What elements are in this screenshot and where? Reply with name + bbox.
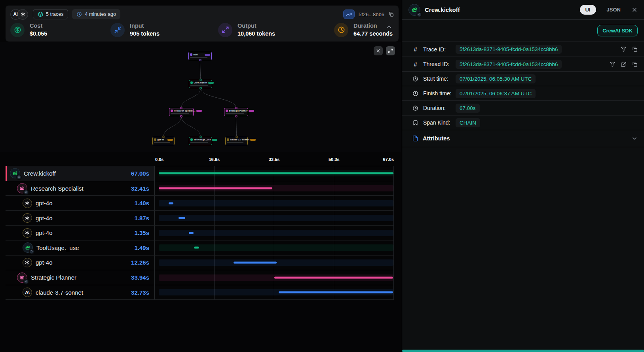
hash-icon: # — [412, 61, 419, 68]
timeline-row-research-specialist[interactable]: Research Specialist32.41s — [6, 181, 394, 196]
graph-node-tool[interactable]: ToolUsage._use — [189, 137, 212, 145]
openai-icon — [23, 228, 32, 238]
timeline-row-plot — [154, 226, 394, 240]
trace-header-card: A\ 5 traces 4 minutes ago 5f26...8bb6 Co… — [6, 6, 399, 42]
field-value[interactable]: 07/01/2025, 06:05:30 AM UTC — [456, 74, 536, 83]
field-label: Span Kind: — [423, 119, 456, 126]
field-value[interactable]: 67.00s — [456, 104, 480, 113]
node-label: claude-3.7-sonnet — [230, 138, 249, 141]
node-port — [199, 59, 201, 61]
field-label: Finish time: — [423, 90, 456, 97]
stat-duration: Duration64.77 seconds — [334, 22, 394, 38]
node-label: Research Speciali… — [174, 110, 196, 112]
span-duration: 32.41s — [131, 185, 149, 192]
timeline-row-gpt-4o[interactable]: gpt-4o1.87s — [6, 210, 394, 225]
graph-node-claude[interactable]: claude-3.7-sonnet — [225, 137, 248, 145]
field-value[interactable]: 5f2613da-8371-9405-fcdd-0a1534cc8bb6 — [456, 45, 562, 54]
node-label: Crew.kickoff — [194, 81, 207, 84]
copy-icon[interactable] — [632, 61, 638, 67]
span-name: Research Specialist — [31, 185, 84, 192]
trend-chart-button[interactable] — [343, 9, 355, 19]
node-caption — [226, 113, 244, 114]
close-icon — [376, 48, 381, 53]
timeline-row-plot — [154, 270, 394, 285]
node-type-icon — [190, 81, 193, 84]
timeline-row-crew-kickoff[interactable]: Crew.kickoff67.00s — [6, 166, 394, 181]
timeline-row-label-cell[interactable]: gpt-4o1.35s — [6, 226, 154, 240]
copy-icon[interactable] — [388, 11, 394, 17]
traces-count-badge[interactable]: 5 traces — [33, 9, 68, 19]
field-duration-: Duration:67.00s — [402, 100, 644, 115]
node-type-icon — [154, 138, 156, 141]
hash-icon: # — [412, 46, 419, 53]
axis-tick-label: 16.8s — [209, 157, 220, 162]
node-port — [180, 107, 182, 109]
timeline-row-toolusage-use[interactable]: ToolUsage._use1.49s — [6, 240, 394, 255]
stat-label: Input — [130, 22, 160, 30]
tab-ui[interactable]: UI — [580, 5, 596, 15]
traces-count-label: 5 traces — [46, 11, 63, 17]
copy-icon[interactable] — [632, 46, 638, 52]
graph-close-button[interactable] — [374, 46, 383, 55]
timeline-row-label-cell[interactable]: Crew.kickoff67.00s — [6, 166, 154, 181]
field-label: Thread ID: — [423, 61, 456, 67]
axis-tick-label: 0.0s — [155, 157, 163, 162]
openai-logo-icon — [17, 9, 28, 20]
trace-graph-canvas[interactable]: RunCrew.kickoffResearch Speciali…Strateg… — [0, 42, 401, 152]
node-port — [163, 136, 165, 138]
crewai-icon — [10, 168, 20, 178]
bookmark-icon — [412, 120, 419, 126]
node-port — [199, 136, 201, 138]
timeline-row-claude-3-7-sonnet[interactable]: A\claude-3.7-sonnet32.73s — [6, 285, 394, 300]
funnel-icon[interactable] — [610, 61, 616, 67]
span-track — [159, 215, 393, 221]
timeline-row-plot — [154, 181, 394, 196]
field-value[interactable]: 5f2613da-8371-9405-fcdd-0a1534cc8bb6 — [456, 60, 562, 69]
timeline-row-gpt-4o[interactable]: gpt-4o12.26s — [6, 255, 394, 270]
external-icon[interactable] — [621, 61, 627, 67]
timeline-row-label-cell[interactable]: ToolUsage._use1.49s — [6, 240, 154, 255]
span-duration: 12.26s — [131, 259, 149, 266]
span-duration: 1.49s — [134, 244, 149, 251]
graph-node-gpt[interactable]: gpt-4o — [152, 137, 175, 145]
timeline-row-label-cell[interactable]: gpt-4o12.26s — [6, 255, 154, 270]
tab-json[interactable]: JSON — [607, 7, 621, 13]
horizontal-scrollbar[interactable] — [402, 350, 644, 352]
axis-tick-label: 33.5s — [269, 157, 280, 162]
timeline-row-strategic-planner[interactable]: Strategic Planner33.94s — [6, 270, 394, 285]
span-name: Crew.kickoff — [24, 170, 56, 177]
timeline-row-gpt-4o[interactable]: gpt-4o1.35s — [6, 225, 394, 240]
timeline-row-gpt-4o[interactable]: gpt-4o1.40s — [6, 195, 394, 210]
node-label: Run — [194, 53, 198, 56]
openai-icon — [23, 199, 32, 208]
gridline — [393, 226, 394, 240]
clock-icon — [334, 23, 348, 37]
timeline-row-plot — [154, 285, 394, 300]
graph-controls — [374, 46, 395, 55]
node-port — [235, 115, 237, 117]
timeline-row-label-cell[interactable]: Research Specialist32.41s — [6, 181, 154, 196]
expand-icon — [388, 48, 393, 53]
field-value[interactable]: 07/01/2025, 06:06:37 AM UTC — [456, 89, 536, 98]
timeline-row-label-cell[interactable]: Strategic Planner33.94s — [6, 270, 154, 285]
timeline-row-label-cell[interactable]: A\claude-3.7-sonnet32.73s — [6, 285, 154, 300]
graph-expand-button[interactable] — [386, 46, 395, 55]
panel-close-button[interactable] — [631, 7, 638, 13]
trace-header-top-row: A\ 5 traces 4 minutes ago 5f26...8bb6 — [10, 8, 394, 21]
openai-icon — [23, 258, 32, 267]
timeline-row-label-cell[interactable]: gpt-4o1.40s — [6, 196, 154, 210]
span-detail-panel: Crew.kickoff UI JSON CrewAI SDK #Trace I… — [402, 0, 644, 352]
field-value[interactable]: CHAIN — [456, 118, 480, 127]
dollar-icon — [10, 23, 25, 37]
attributes-section-header[interactable]: Attributes — [402, 130, 644, 147]
funnel-icon[interactable] — [621, 46, 627, 52]
timeline-row-label-cell[interactable]: gpt-4o1.87s — [6, 211, 154, 225]
span-duration: 67.00s — [131, 170, 149, 177]
openai-icon — [23, 213, 32, 223]
node-badge — [196, 110, 202, 112]
collapse-button[interactable] — [386, 24, 392, 31]
clock-icon — [76, 11, 82, 17]
field-span-kind-: Span Kind:CHAIN — [402, 115, 644, 130]
anthropic-icon: A\ — [23, 288, 32, 297]
sdk-badge: CrewAI SDK — [597, 25, 638, 36]
